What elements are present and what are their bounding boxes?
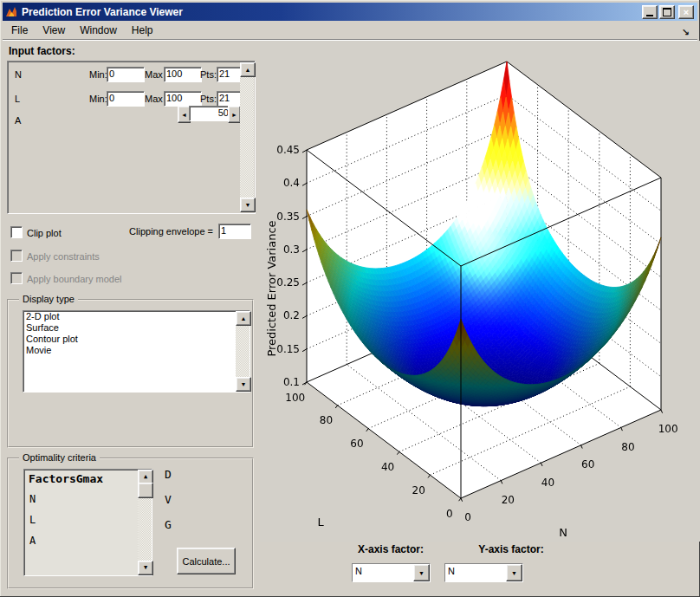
min-input[interactable]: 0 — [107, 67, 145, 82]
scroll-down-button[interactable]: ▼ — [236, 377, 251, 392]
max-label: Max — [145, 94, 163, 104]
x-axis-factor-select[interactable]: N ▼ — [352, 563, 431, 582]
scroll-up-icon: ▲ — [144, 474, 147, 480]
scroll-down-button[interactable]: ▼ — [138, 561, 153, 575]
maximize-icon — [663, 8, 671, 16]
y-axis-dropdown-button[interactable]: ▼ — [506, 564, 522, 581]
optimality-factor[interactable]: A — [29, 535, 36, 547]
x-axis-factor-value[interactable]: N — [353, 564, 415, 581]
display-type-option[interactable]: 2-D plot — [23, 311, 250, 322]
criterion-d-label: D — [165, 468, 172, 481]
optimality-listbox: FactorsGmax N L A ▲ ▼ — [23, 469, 152, 576]
menu-view[interactable]: View — [36, 23, 71, 38]
max-input[interactable]: 100 — [164, 91, 202, 107]
combo-arrow-icon: ▼ — [418, 570, 425, 576]
display-type-scrollbar[interactable]: ▲ ▼ — [236, 311, 250, 392]
clip-plot-label: Clip plot — [27, 228, 62, 238]
apply-boundary-checkbox — [10, 272, 23, 284]
y-axis-factor-value[interactable]: N — [445, 564, 508, 581]
max-input[interactable]: 100 — [164, 67, 202, 82]
display-type-group: Display type 2-D plot Surface Contour pl… — [7, 299, 254, 448]
input-factors-label: Input factors: — [9, 45, 75, 57]
display-type-listbox: 2-D plot Surface Contour plot Movie ▲ ▼ — [23, 310, 250, 393]
close-button[interactable]: × — [678, 5, 694, 19]
min-label: Min: — [89, 69, 107, 80]
display-type-option[interactable]: Contour plot — [23, 334, 250, 345]
left-arrow-icon: ◄ — [181, 112, 187, 118]
pts-label: Pts: — [200, 94, 217, 104]
x-axis-factor-label: X-axis factor: — [350, 543, 431, 555]
pev-surface-plot — [260, 41, 700, 542]
dock-figure-icon[interactable]: ↘ — [682, 27, 690, 38]
scroll-down-button[interactable]: ▼ — [240, 198, 256, 212]
pts-input[interactable]: 21 — [217, 91, 241, 107]
scroll-up-icon: ▲ — [245, 67, 251, 73]
optimality-factor[interactable]: L — [29, 514, 36, 526]
minimize-icon — [646, 15, 653, 16]
input-factors-scrollbar[interactable]: ▲ ▼ — [240, 62, 254, 212]
factor-name: L — [15, 94, 20, 104]
scroll-up-button[interactable]: ▲ — [236, 311, 251, 326]
scroll-down-icon: ▼ — [241, 381, 247, 387]
criterion-g-label: G — [165, 518, 172, 531]
maximize-button[interactable] — [659, 5, 675, 19]
pev-viewer-window: Prediction Error Variance Viewer × File … — [0, 0, 700, 597]
input-factors-panel: N Min: 0 Max 100 Pts: 21 L Min: 0 Max 10… — [7, 61, 256, 214]
optimality-factor[interactable]: N — [29, 493, 36, 505]
clipping-envelope-input[interactable]: 1 — [218, 224, 251, 239]
factor-name: A — [15, 115, 21, 126]
combo-arrow-icon: ▼ — [511, 570, 517, 576]
menu-window[interactable]: Window — [74, 23, 123, 38]
optimality-scrollbar[interactable]: ▲ ▼ — [138, 470, 152, 575]
apply-constraints-checkbox — [10, 250, 23, 262]
slider-value[interactable]: 50 — [189, 106, 231, 121]
optimality-list-header: FactorsGmax — [29, 472, 103, 485]
menu-help[interactable]: Help — [126, 23, 159, 38]
min-input[interactable]: 0 — [107, 91, 145, 107]
calculate-button[interactable]: Calculate... — [177, 548, 236, 574]
y-axis-factor-select[interactable]: N ▼ — [444, 563, 523, 582]
scroll-up-icon: ▲ — [241, 315, 247, 321]
window-title: Prediction Error Variance Viewer — [22, 6, 183, 18]
slider-right-arrow[interactable]: ► — [228, 106, 241, 123]
scroll-thumb[interactable] — [138, 483, 153, 498]
optimality-criteria-group: Optimality criteria FactorsGmax N L A ▲ … — [7, 457, 254, 589]
menu-file[interactable]: File — [5, 23, 34, 38]
display-type-label: Display type — [19, 294, 78, 304]
factor-name: N — [15, 69, 22, 80]
min-label: Min: — [89, 94, 107, 104]
apply-constraints-label: Apply constraints — [27, 251, 100, 262]
pts-label: Pts: — [200, 69, 217, 80]
scroll-down-icon: ▼ — [245, 202, 251, 208]
apply-boundary-label: Apply boundary model — [27, 274, 121, 284]
matlab-icon — [5, 6, 18, 18]
title-bar: Prediction Error Variance Viewer × — [3, 3, 697, 21]
pts-input[interactable]: 21 — [217, 67, 241, 82]
criterion-v-label: V — [165, 493, 172, 506]
display-type-option[interactable]: Surface — [23, 322, 250, 334]
right-arrow-icon: ► — [231, 112, 237, 118]
display-type-option[interactable]: Movie — [23, 345, 250, 356]
max-label: Max — [145, 69, 163, 80]
clip-plot-checkbox[interactable] — [10, 226, 23, 238]
x-axis-dropdown-button[interactable]: ▼ — [413, 564, 430, 581]
scroll-up-button[interactable]: ▲ — [240, 62, 256, 77]
optimality-criteria-label: Optimality criteria — [19, 452, 100, 463]
close-icon: × — [684, 8, 689, 16]
minimize-button[interactable] — [642, 5, 658, 19]
menu-bar: File View Window Help — [3, 21, 697, 40]
y-axis-factor-label: Y-axis factor: — [459, 543, 563, 555]
clipping-envelope-label: Clipping envelope = — [111, 226, 213, 237]
scroll-down-icon: ▼ — [144, 565, 147, 571]
